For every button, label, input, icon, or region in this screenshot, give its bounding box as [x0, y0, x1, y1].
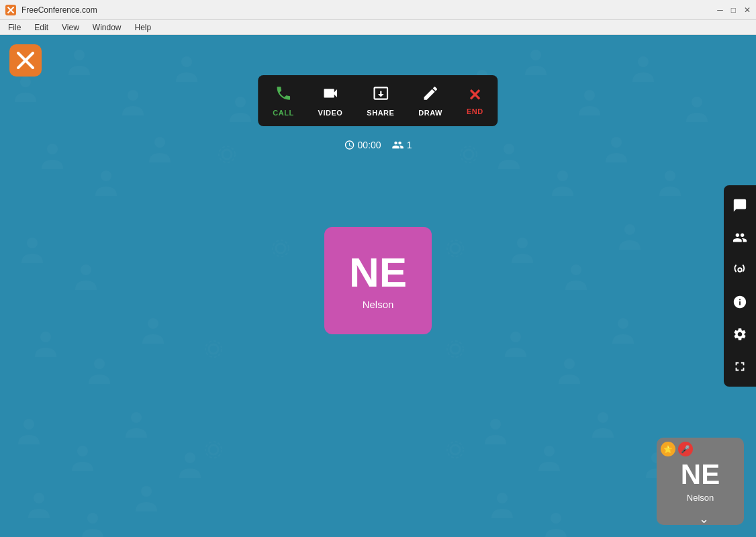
timer-text: 00:00	[358, 140, 381, 150]
menu-window[interactable]: Window	[87, 21, 127, 34]
call-button[interactable]: CALL	[261, 81, 305, 121]
main-area: CALL VIDEO SHARE	[0, 35, 756, 537]
video-icon	[322, 85, 339, 106]
participants-button[interactable]	[724, 222, 756, 254]
right-sidebar	[724, 185, 756, 387]
thumb-name: Nelson	[687, 493, 714, 503]
chat-button[interactable]	[724, 189, 756, 222]
participants-count: 1	[407, 140, 412, 150]
timer-bar: 00:00 1	[344, 139, 412, 151]
logo-icon	[9, 44, 42, 77]
thumb-badges: ⭐ 🎤	[661, 442, 693, 456]
settings-button[interactable]	[724, 318, 756, 350]
title-bar: FreeConference.com ─ □ ✕	[0, 0, 756, 20]
title-bar-controls[interactable]: ─ □ ✕	[717, 5, 751, 15]
end-button[interactable]: ✕ END	[455, 82, 495, 119]
share-button[interactable]: SHARE	[355, 81, 406, 121]
call-label: CALL	[273, 109, 293, 117]
center-participant-initials: NE	[349, 252, 407, 293]
broadcast-button[interactable]	[724, 254, 756, 286]
share-label: SHARE	[367, 109, 394, 117]
title-bar-text: FreeConference.com	[21, 5, 712, 15]
end-label: END	[467, 107, 483, 115]
participants-display: 1	[392, 139, 412, 151]
participants-icon	[392, 139, 404, 151]
thumb-initials: NE	[681, 460, 720, 489]
call-icon	[275, 85, 292, 106]
menu-file[interactable]: File	[3, 21, 26, 34]
video-label: VIDEO	[318, 109, 343, 117]
video-button[interactable]: VIDEO	[306, 81, 355, 121]
end-icon: ✕	[468, 86, 481, 105]
clock-icon	[344, 140, 355, 150]
app-icon	[5, 5, 16, 15]
menu-edit[interactable]: Edit	[29, 21, 54, 34]
fullscreen-button[interactable]	[724, 350, 756, 383]
toolbar: CALL VIDEO SHARE	[258, 75, 498, 126]
draw-label: DRAW	[418, 109, 442, 117]
close-button[interactable]: ✕	[744, 5, 751, 15]
info-button[interactable]	[724, 286, 756, 318]
minimize-button[interactable]: ─	[717, 5, 723, 15]
menu-view[interactable]: View	[56, 21, 85, 34]
draw-button[interactable]: DRAW	[406, 81, 455, 121]
thumb-chevron-icon[interactable]: ⌄	[699, 511, 709, 526]
center-participant-avatar: NE Nelson	[324, 227, 432, 334]
timer-display: 00:00	[344, 140, 381, 150]
draw-icon	[422, 85, 439, 106]
share-icon	[372, 85, 389, 106]
menu-help[interactable]: Help	[130, 21, 157, 34]
mic-muted-badge: 🎤	[678, 442, 693, 456]
center-participant-name: Nelson	[363, 299, 394, 310]
star-badge: ⭐	[661, 442, 675, 456]
menu-bar: File Edit View Window Help	[0, 20, 756, 35]
maximize-button[interactable]: □	[731, 5, 736, 15]
